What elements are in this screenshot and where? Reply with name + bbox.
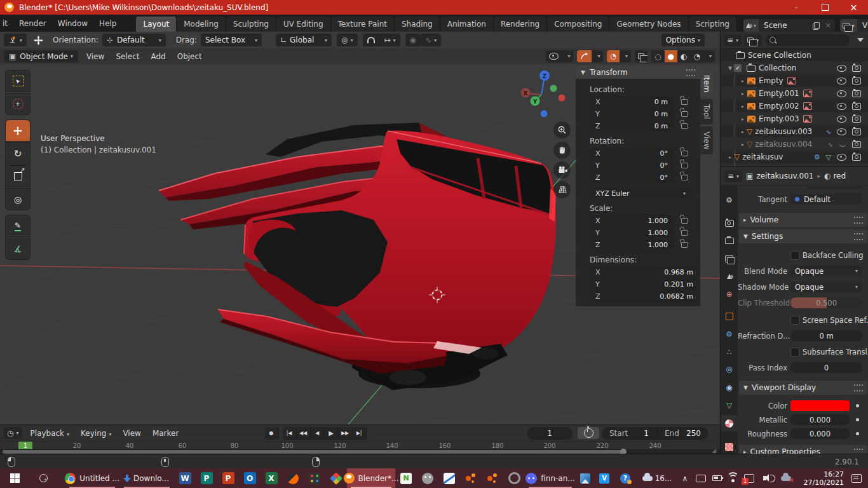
- menu-render[interactable]: Render: [13, 15, 52, 32]
- tab-rendering[interactable]: Rendering: [494, 17, 547, 32]
- hide-eye-icon[interactable]: [837, 65, 846, 72]
- outliner-row-zeitakusuv-003[interactable]: ▸ ▽ zeitakusuv.003 ∿: [721, 125, 868, 138]
- properties-editor-type-button[interactable]: ≡: [724, 170, 742, 182]
- backface-culling-checkbox[interactable]: [790, 251, 799, 260]
- render-camera-icon[interactable]: [852, 128, 861, 135]
- refraction-depth-field[interactable]: 0 m: [790, 330, 862, 341]
- taskbar-whiteboard[interactable]: [438, 468, 460, 488]
- tray-photos[interactable]: [576, 468, 595, 488]
- lock-icon[interactable]: [681, 151, 688, 156]
- transform-orientation-dropdown[interactable]: ∟Global: [276, 34, 332, 46]
- tab-particles[interactable]: ∴: [721, 344, 738, 360]
- minimize-button[interactable]: –: [782, 0, 811, 15]
- shading-wireframe-button[interactable]: ◌: [651, 50, 664, 62]
- lock-icon[interactable]: [681, 218, 688, 224]
- view-layer-name[interactable]: View Layer: [857, 21, 868, 30]
- outliner-row-collection[interactable]: ▼ Collection: [721, 62, 868, 74]
- lock-icon[interactable]: [681, 99, 688, 105]
- marker-menu[interactable]: Marker: [147, 429, 184, 438]
- shading-dropdown[interactable]: [703, 50, 715, 62]
- measure-tool[interactable]: ∡: [5, 238, 31, 260]
- taskbar-search-button[interactable]: [29, 468, 57, 488]
- menu-add[interactable]: Add: [145, 52, 171, 61]
- clip-threshold-slider[interactable]: 0.500: [790, 297, 862, 308]
- tab-view[interactable]: View: [700, 126, 713, 154]
- taskbar-app-orange-1[interactable]: [460, 468, 482, 488]
- outliner-row-zeitakusuv-004[interactable]: ▸ ▽ zeitakusuv.004 ∿: [721, 138, 868, 151]
- rotate-tool[interactable]: ↻: [5, 142, 31, 165]
- animate-dot-icon[interactable]: [856, 418, 859, 421]
- disclosure-icon[interactable]: ▸: [727, 154, 733, 160]
- settings-section-header[interactable]: ▼ Settings: [739, 229, 867, 243]
- gizmos-toggle[interactable]: [577, 50, 592, 62]
- taskbar-outlook[interactable]: O: [239, 468, 261, 488]
- shading-solid-button[interactable]: ●: [665, 50, 677, 62]
- disclosure-icon[interactable]: ▸: [740, 142, 746, 147]
- lock-icon[interactable]: [681, 242, 688, 248]
- toggle-ortho-button[interactable]: [553, 181, 571, 198]
- dimensions-x-field[interactable]: X0.968 m: [590, 266, 699, 278]
- taskbar-publisher[interactable]: P: [196, 468, 217, 488]
- start-button[interactable]: [0, 468, 29, 488]
- taskbar-app-orange-2[interactable]: [482, 468, 503, 488]
- disclosure-icon[interactable]: ▸: [740, 129, 746, 135]
- tab-physics[interactable]: ◎: [721, 362, 738, 377]
- shading-rendered-button[interactable]: ◔: [691, 50, 703, 62]
- tray-wifi[interactable]: [725, 468, 741, 488]
- animate-dot-icon[interactable]: [856, 432, 859, 435]
- hide-eye-icon[interactable]: [837, 116, 846, 123]
- rotation-mode-dropdown[interactable]: XYZ Euler: [590, 187, 691, 199]
- tab-scripting[interactable]: Scripting: [689, 17, 737, 32]
- taskbar-powerpoint[interactable]: P: [217, 468, 239, 488]
- play-button[interactable]: ▶: [325, 427, 339, 440]
- tab-layout[interactable]: Layout: [136, 17, 177, 32]
- hide-eye-icon[interactable]: [837, 154, 846, 161]
- new-scene-icon[interactable]: [813, 22, 818, 29]
- outliner-row-zeitakusuv[interactable]: ▸ ▽ zeitakusuv ⚙▽: [721, 151, 868, 163]
- menu-view[interactable]: View: [81, 52, 110, 61]
- scale-tool[interactable]: [5, 165, 31, 187]
- lock-icon[interactable]: [681, 111, 688, 117]
- rotation-y-field[interactable]: Y0°: [590, 159, 674, 171]
- drag-handle-icon[interactable]: [854, 217, 863, 224]
- tab-scene[interactable]: [721, 269, 738, 284]
- outliner-row-empty[interactable]: ▸ Empty: [721, 74, 868, 87]
- outliner-row-scene-collection[interactable]: Scene Collection: [721, 49, 868, 62]
- tangent-dropdown[interactable]: Default: [790, 194, 862, 205]
- viewport-3d[interactable]: Z X Y User Perspective (1) Collection | …: [0, 64, 720, 424]
- view-menu[interactable]: View: [117, 429, 146, 438]
- drag-handle-icon[interactable]: [854, 233, 863, 240]
- tab-modifiers[interactable]: ⚙: [721, 327, 738, 342]
- outliner-display-mode-dropdown[interactable]: ≡: [724, 34, 742, 46]
- blend-mode-dropdown[interactable]: Opaque: [790, 266, 862, 276]
- active-tool-dropdown[interactable]: [4, 34, 27, 46]
- options-dropdown[interactable]: Options: [661, 34, 705, 46]
- tab-compositing[interactable]: Compositing: [547, 17, 609, 32]
- outliner-row-empty-002[interactable]: ▸ Empty.002: [721, 100, 868, 112]
- roughness-field[interactable]: 0.000: [790, 428, 850, 439]
- render-camera-icon[interactable]: [852, 154, 861, 161]
- render-camera-icon[interactable]: [852, 65, 861, 72]
- scene-browse-button[interactable]: [743, 19, 759, 32]
- tab-object[interactable]: [721, 309, 738, 324]
- lock-icon[interactable]: [681, 163, 688, 168]
- drag-handle-icon[interactable]: [686, 69, 695, 76]
- close-button[interactable]: ×: [839, 0, 868, 15]
- taskbar-browser[interactable]: [282, 468, 304, 488]
- overlays-toggle[interactable]: ◔: [607, 50, 620, 62]
- tab-view-layer[interactable]: [721, 251, 738, 266]
- timeline-editor-type-button[interactable]: ◷: [4, 427, 22, 439]
- move-tool-icon[interactable]: [33, 35, 44, 46]
- scene-name[interactable]: Scene: [759, 21, 811, 30]
- tab-tool-properties[interactable]: ⚙: [721, 193, 738, 208]
- snap-settings-dropdown[interactable]: ↦: [379, 34, 400, 46]
- shading-material-button[interactable]: ◐: [677, 50, 690, 62]
- proportional-falloff-dropdown[interactable]: ∿: [421, 34, 441, 46]
- transform-panel-header[interactable]: ▼ Transform: [576, 66, 700, 79]
- pass-index-field[interactable]: 0: [790, 362, 862, 373]
- tray-weather[interactable]: 16...: [637, 468, 677, 488]
- tray-chevron[interactable]: ∧: [677, 468, 693, 488]
- snap-toggle[interactable]: [363, 34, 379, 46]
- jump-start-button[interactable]: |◀: [283, 427, 297, 440]
- tab-modeling[interactable]: Modeling: [177, 17, 226, 32]
